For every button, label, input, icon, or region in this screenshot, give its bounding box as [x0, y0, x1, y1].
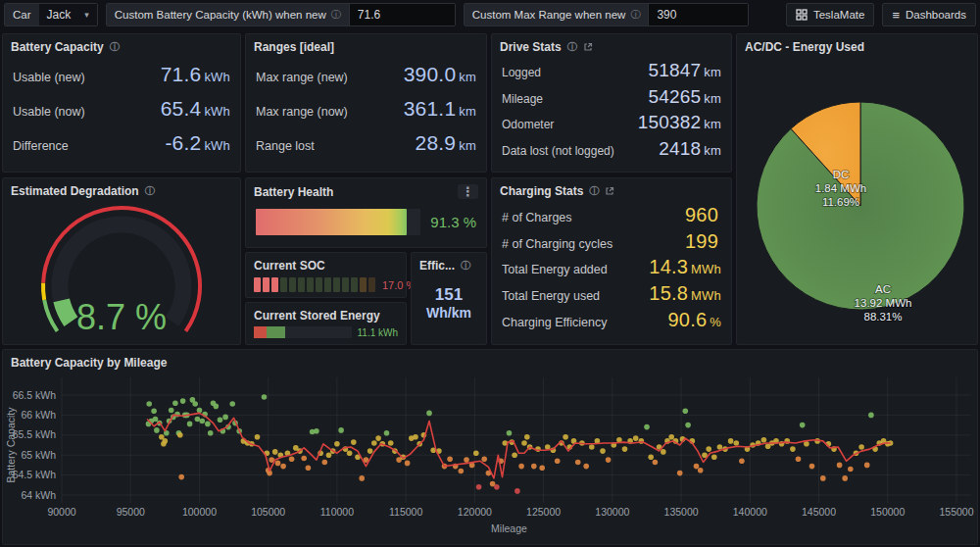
stored-energy-fill-segment [254, 326, 267, 338]
external-link-icon[interactable] [583, 42, 593, 52]
data-point [205, 422, 211, 427]
data-point [809, 464, 815, 470]
charging-stats-panel-title[interactable]: Charging Stats ⓘ [492, 178, 731, 200]
battery-capacity-input[interactable] [349, 4, 455, 25]
soc-lcd-gauge: 17.0 % [246, 273, 406, 292]
efficiency-panel-title[interactable]: Effic... ⓘ [412, 253, 486, 274]
data-point [555, 459, 561, 465]
x-tick-label: 130000 [595, 506, 629, 518]
stored-energy-value: 11.1 kWh [358, 327, 399, 338]
x-tick-label: 155000 [939, 506, 973, 518]
data-point [800, 423, 806, 428]
external-link-icon[interactable] [605, 186, 614, 196]
x-tick-label: 145000 [802, 506, 836, 518]
data-point [459, 469, 465, 474]
car-variable-label: Car [5, 4, 39, 25]
stat-value: 390.0km [404, 63, 476, 86]
efficiency-panel: Effic... ⓘ 151 Wh/km [411, 252, 487, 345]
stored-energy-panel-title[interactable]: Current Stored Energy [246, 303, 406, 323]
stat-label: Range lost [256, 139, 315, 153]
stat-label: Mileage [502, 92, 543, 106]
x-tick-label: 100000 [182, 506, 217, 518]
list-icon: ≡ [892, 9, 900, 22]
dashboards-button[interactable]: ≡ Dashboards [882, 3, 976, 26]
car-variable-value: Jack [47, 8, 72, 22]
data-point [447, 457, 453, 463]
stat-row: Logged 51847km [502, 60, 721, 81]
data-point [600, 448, 606, 454]
stat-row: Total Energy used 15.8MWh [502, 282, 721, 305]
efficiency-unit: Wh/km [426, 305, 471, 321]
data-point [272, 449, 278, 455]
data-point [685, 423, 691, 428]
data-point [473, 450, 479, 456]
stat-label: # of Charges [502, 211, 572, 224]
info-icon[interactable]: ⓘ [461, 259, 470, 273]
grid-icon [796, 9, 808, 21]
stat-label: Difference [13, 139, 69, 153]
dashboard-toolbar: Car Jack ▾ Custom Battery Capacity (kWh)… [0, 0, 980, 29]
data-point [622, 446, 628, 452]
data-point [464, 457, 469, 463]
battery-capacity-stats: Usable (new) 71.6kWh Usable (now) 65.4kW… [3, 56, 240, 168]
panel-menu-icon[interactable]: ⋮ [458, 184, 478, 199]
data-point [178, 474, 184, 480]
acdc-energy-panel-title[interactable]: AC/DC - Energy Used [737, 34, 977, 56]
data-point [275, 461, 281, 467]
data-point [368, 448, 373, 454]
info-icon[interactable]: ⓘ [567, 40, 577, 54]
data-point [837, 463, 843, 469]
stat-row: # of Charging cycles 199 [502, 230, 721, 253]
panel-title-text: Battery Capacity [11, 40, 104, 54]
data-point [539, 466, 545, 472]
battery-capacity-panel-title[interactable]: Battery Capacity ⓘ [3, 34, 240, 56]
data-point [172, 400, 178, 406]
data-point [334, 441, 340, 447]
info-icon[interactable]: ⓘ [331, 8, 341, 22]
stat-label: Logged [502, 66, 541, 79]
svg-text:11.69%: 11.69% [822, 196, 859, 208]
battery-capacity-variable-label: Custom Battery Capacity (kWh) when new ⓘ [107, 4, 349, 25]
data-point [804, 441, 809, 447]
data-point [606, 457, 612, 463]
data-point [842, 475, 848, 481]
teslamate-button[interactable]: TeslaMate [786, 3, 874, 26]
current-soc-panel: Current SOC 17.0 % [245, 252, 407, 298]
car-variable-select[interactable]: Jack ▾ [39, 4, 97, 25]
svg-text:88.31%: 88.31% [863, 311, 902, 323]
capacity-by-mileage-chart[interactable]: 9000095000100000105000110000115000120000… [3, 350, 977, 544]
data-point [575, 460, 581, 466]
y-tick-label: 66.5 kWh [13, 389, 57, 401]
panel-title-text: Ranges [ideal] [254, 40, 334, 54]
battery-health-value: 91.3 % [430, 214, 476, 230]
teslamate-button-label: TeslaMate [813, 9, 864, 21]
y-tick-label: 65 kWh [21, 449, 56, 461]
data-point [351, 439, 357, 445]
stat-label: Total Energy added [502, 263, 608, 276]
stat-value: 65.4kWh [161, 97, 230, 121]
x-tick-label: 110000 [320, 506, 354, 518]
current-soc-panel-title[interactable]: Current SOC [246, 253, 406, 273]
efficiency-value: 151 [435, 285, 463, 305]
info-icon[interactable]: ⓘ [589, 184, 599, 198]
info-icon[interactable]: ⓘ [110, 40, 120, 54]
ranges-panel-title[interactable]: Ranges [ideal] [246, 34, 486, 56]
max-range-input[interactable] [648, 4, 748, 25]
panel-title-text: Current SOC [254, 259, 325, 273]
info-icon[interactable]: ⓘ [145, 184, 155, 198]
soc-lcd-cells [254, 277, 375, 292]
drive-stats-panel-title[interactable]: Drive Stats ⓘ [492, 34, 731, 56]
stat-row: Charging Efficiency 90.6% [502, 309, 721, 331]
pie-slices [757, 102, 964, 310]
data-point [644, 424, 650, 430]
soc-lcd-cell [360, 277, 367, 292]
degradation-panel-title[interactable]: Estimated Degradation ⓘ [3, 178, 240, 200]
degradation-panel: Estimated Degradation ⓘ 8.7 % [2, 177, 241, 345]
data-point [524, 434, 530, 440]
data-point [633, 435, 639, 441]
bar-gauge-fill [256, 209, 407, 235]
data-point [739, 459, 745, 465]
battery-health-panel-title[interactable]: Battery Health ⋮ [246, 178, 486, 201]
battery-capacity-variable-label-text: Custom Battery Capacity (kWh) when new [115, 9, 326, 21]
info-icon[interactable]: ⓘ [630, 8, 640, 22]
